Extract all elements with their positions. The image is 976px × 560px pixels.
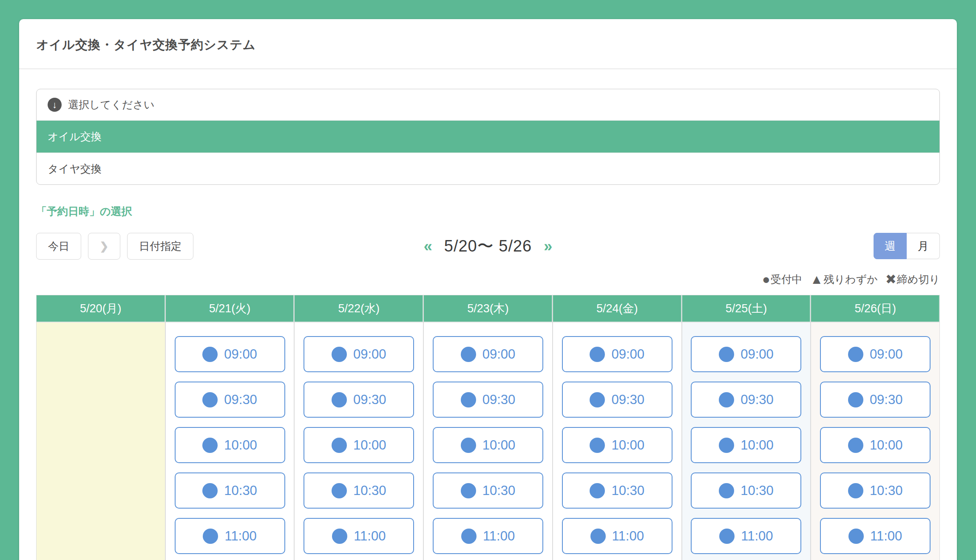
time-slot-5/24(金)-10:30[interactable]: 10:30 — [562, 472, 672, 509]
day-column-5/26(日): 5/26(日)09:0009:3010:0010:3011:00 — [810, 295, 939, 560]
time-slot-5/25(土)-09:30[interactable]: 09:30 — [691, 382, 801, 418]
slot-time-label: 10:30 — [611, 483, 644, 498]
day-body-5/23(木): 09:0009:3010:0010:3011:00 — [424, 322, 552, 560]
slot-time-label: 09:30 — [224, 392, 257, 407]
time-slot-5/26(日)-10:30[interactable]: 10:30 — [820, 472, 931, 509]
view-toggle: 週 月 — [874, 233, 940, 259]
slot-time-label: 09:30 — [611, 392, 644, 407]
slot-time-label: 10:00 — [353, 438, 386, 453]
slot-time-label: 11:00 — [741, 529, 773, 544]
legend-label: 締め切り — [897, 272, 940, 286]
slot-available-icon — [461, 438, 476, 453]
slot-time-label: 10:00 — [611, 438, 644, 453]
legend-label: 残りわずか — [824, 272, 878, 286]
service-select-placeholder: 選択してください — [68, 98, 155, 112]
day-column-5/20(月): 5/20(月) — [37, 295, 165, 560]
service-select-placeholder-row[interactable]: ↓ 選択してください — [37, 89, 939, 121]
slot-available-icon — [202, 438, 218, 453]
slot-time-label: 11:00 — [224, 529, 256, 544]
day-header-5/21(火): 5/21(火) — [166, 295, 294, 322]
time-slot-5/24(金)-09:00[interactable]: 09:00 — [562, 336, 672, 372]
day-column-5/21(火): 5/21(火)09:0009:3010:0010:3011:00 — [165, 295, 294, 560]
legend-item-0: ●受付中 — [762, 272, 803, 286]
time-slot-5/25(土)-09:00[interactable]: 09:00 — [691, 336, 801, 372]
service-option-0[interactable]: オイル交換 — [37, 121, 939, 153]
day-column-5/22(水): 5/22(水)09:0009:3010:0010:3011:00 — [294, 295, 423, 560]
day-column-5/23(木): 5/23(木)09:0009:3010:0010:3011:00 — [423, 295, 552, 560]
slot-available-icon — [332, 392, 347, 407]
time-slot-5/23(木)-11:00[interactable]: 11:00 — [433, 518, 543, 554]
time-slot-5/21(火)-09:30[interactable]: 09:30 — [175, 382, 285, 418]
date-picker-button[interactable]: 日付指定 — [127, 233, 193, 260]
next-week-icon[interactable]: » — [544, 239, 552, 254]
time-slot-5/22(水)-10:00[interactable]: 10:00 — [304, 427, 414, 463]
slot-time-label: 10:30 — [741, 483, 774, 498]
slot-time-label: 09:00 — [353, 347, 386, 362]
legend-symbol-icon: ● — [762, 273, 770, 286]
slot-time-label: 09:00 — [482, 347, 516, 362]
circle-arrow-down-icon: ↓ — [48, 98, 62, 112]
slot-available-icon — [461, 529, 477, 544]
card-body: ↓ 選択してください オイル交換タイヤ交換 「予約日時」の選択 今日 ❯ 日付指… — [19, 69, 957, 560]
time-slot-5/21(火)-09:00[interactable]: 09:00 — [175, 336, 285, 372]
time-slot-5/21(火)-10:00[interactable]: 10:00 — [175, 427, 285, 463]
slot-available-icon — [590, 438, 605, 453]
time-slot-5/25(土)-11:00[interactable]: 11:00 — [691, 518, 801, 554]
time-slot-5/23(木)-09:00[interactable]: 09:00 — [433, 336, 543, 372]
time-slot-5/23(木)-10:00[interactable]: 10:00 — [433, 427, 543, 463]
slot-available-icon — [590, 347, 605, 362]
slot-time-label: 11:00 — [870, 529, 902, 544]
week-calendar: 5/20(月)5/21(火)09:0009:3010:0010:3011:005… — [36, 295, 940, 560]
slot-available-icon — [202, 483, 218, 498]
slot-time-label: 09:00 — [224, 347, 257, 362]
time-slot-5/26(日)-09:00[interactable]: 09:00 — [820, 336, 931, 372]
slot-available-icon — [719, 529, 735, 544]
day-header-5/25(土): 5/25(土) — [682, 295, 811, 322]
slot-available-icon — [719, 347, 734, 362]
time-slot-5/22(水)-09:00[interactable]: 09:00 — [304, 336, 414, 372]
service-option-list: オイル交換タイヤ交換 — [37, 121, 939, 184]
time-slot-5/23(木)-10:30[interactable]: 10:30 — [433, 472, 543, 509]
slot-available-icon — [848, 438, 863, 453]
next-day-button[interactable]: ❯ — [88, 233, 120, 260]
slot-available-icon — [848, 347, 863, 362]
time-slot-5/24(金)-10:00[interactable]: 10:00 — [562, 427, 672, 463]
toggle-month-button[interactable]: 月 — [907, 233, 940, 259]
time-slot-5/22(水)-11:00[interactable]: 11:00 — [304, 518, 414, 554]
slot-time-label: 11:00 — [612, 529, 644, 544]
time-slot-5/25(土)-10:00[interactable]: 10:00 — [691, 427, 801, 463]
day-header-5/23(木): 5/23(木) — [424, 295, 552, 322]
legend-label: 受付中 — [771, 272, 803, 286]
service-select: ↓ 選択してください オイル交換タイヤ交換 — [36, 89, 940, 185]
slot-available-icon — [590, 483, 605, 498]
time-slot-5/22(水)-09:30[interactable]: 09:30 — [304, 382, 414, 418]
slot-available-icon — [332, 438, 347, 453]
slot-available-icon — [590, 529, 606, 544]
slot-available-icon — [332, 483, 347, 498]
slot-time-label: 09:30 — [353, 392, 386, 407]
service-option-1[interactable]: タイヤ交換 — [37, 153, 939, 184]
time-slot-5/24(金)-09:30[interactable]: 09:30 — [562, 382, 672, 418]
slot-time-label: 09:00 — [611, 347, 644, 362]
time-slot-5/24(金)-11:00[interactable]: 11:00 — [562, 518, 672, 554]
day-column-5/24(金): 5/24(金)09:0009:3010:0010:3011:00 — [552, 295, 681, 560]
time-slot-5/25(土)-10:30[interactable]: 10:30 — [691, 472, 801, 509]
time-slot-5/21(火)-10:30[interactable]: 10:30 — [175, 472, 285, 509]
time-slot-5/26(日)-10:00[interactable]: 10:00 — [820, 427, 931, 463]
toggle-week-button[interactable]: 週 — [874, 233, 907, 259]
today-button[interactable]: 今日 — [36, 233, 81, 260]
slot-available-icon — [848, 483, 863, 498]
legend-item-1: ▲残りわずか — [810, 272, 878, 286]
time-slot-5/21(火)-11:00[interactable]: 11:00 — [175, 518, 285, 554]
time-slot-5/26(日)-11:00[interactable]: 11:00 — [820, 518, 931, 554]
slot-available-icon — [332, 529, 347, 544]
slot-time-label: 11:00 — [483, 529, 515, 544]
day-body-5/25(土): 09:0009:3010:0010:3011:00 — [682, 322, 811, 560]
prev-week-icon[interactable]: « — [424, 239, 432, 254]
time-slot-5/23(木)-09:30[interactable]: 09:30 — [433, 382, 543, 418]
day-body-5/22(水): 09:0009:3010:0010:3011:00 — [295, 322, 423, 560]
time-slot-5/26(日)-09:30[interactable]: 09:30 — [820, 382, 931, 418]
legend-item-2: ✖締め切り — [885, 272, 940, 286]
time-slot-5/22(水)-10:30[interactable]: 10:30 — [304, 472, 414, 509]
slot-time-label: 11:00 — [354, 529, 386, 544]
